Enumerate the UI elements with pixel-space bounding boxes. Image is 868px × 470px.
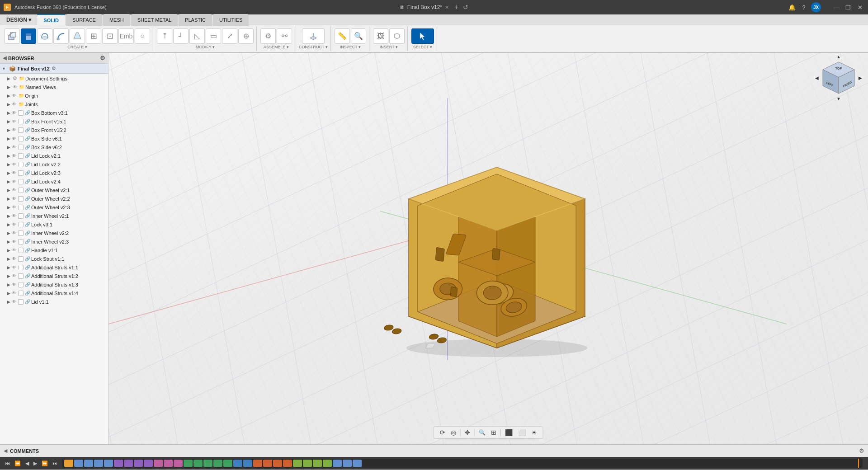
tree-item-joints[interactable]: ▶ 👁 📁 Joints	[0, 100, 108, 108]
tree-item-box-side-2[interactable]: ▶ 👁 🔗 Box Side v6:2	[0, 143, 108, 151]
timeline-playhead[interactable]	[858, 459, 859, 468]
tree-item-doc-settings[interactable]: ▶ ⚙ 📁 Document Settings	[0, 74, 108, 83]
play-fwd-btn[interactable]: ▶	[32, 461, 38, 466]
refresh-btn[interactable]: ↺	[463, 4, 468, 11]
tree-item-inner-wheel-2[interactable]: ▶ 👁 🔗 Inner Wheel v2:2	[0, 229, 108, 237]
timeline-item[interactable]	[144, 460, 153, 467]
look-at-btn[interactable]: ◎	[448, 428, 458, 437]
tree-item-lock-strut-1[interactable]: ▶ 👁 🔗 Lock Strut v1:1	[0, 254, 108, 263]
comments-settings-icon[interactable]: ⚙	[859, 447, 864, 454]
tab-solid[interactable]: SOLID	[37, 14, 65, 26]
hole-btn[interactable]: ○	[135, 28, 150, 44]
chamfer-btn[interactable]: ◺	[189, 28, 205, 44]
timeline-item[interactable]	[184, 460, 193, 467]
tab-sheet-metal[interactable]: SHEET METAL	[131, 14, 178, 26]
viewcube-west[interactable]: ◀	[815, 75, 819, 80]
tree-item-box-front-1[interactable]: ▶ 👁 🔗 Box Front v15:1	[0, 117, 108, 126]
tree-item-lid-lock-3[interactable]: ▶ 👁 🔗 Lid Lock v2:3	[0, 169, 108, 177]
timeline-item[interactable]	[174, 460, 183, 467]
play-start-btn[interactable]: ⏮	[4, 461, 11, 466]
tree-item-add-struts-4[interactable]: ▶ 👁 🔗 Additional Struts v1:4	[0, 289, 108, 297]
visual-style-btn[interactable]: ⬜	[516, 428, 528, 437]
tab-surface[interactable]: SURFACE	[66, 14, 102, 26]
timeline-item[interactable]	[193, 460, 203, 467]
viewcube-south[interactable]: ▼	[836, 96, 841, 101]
tree-item-box-front-2[interactable]: ▶ 👁 🔗 Box Front v15:2	[0, 126, 108, 134]
play-end-btn[interactable]: ⏭	[51, 461, 59, 466]
tree-item-handle-1[interactable]: ▶ 👁 🔗 Handle v1:1	[0, 246, 108, 254]
file-node[interactable]: ▼ 📦 Final Box v12 ⚙	[0, 64, 108, 74]
viewcube-east[interactable]: ▶	[859, 75, 862, 80]
new-component-btn[interactable]	[5, 28, 20, 44]
timeline-item[interactable]	[84, 460, 93, 467]
tree-item-outer-wheel-3[interactable]: ▶ 👁 🔗 Outer Wheel v2:3	[0, 203, 108, 212]
tree-item-add-struts-1[interactable]: ▶ 👁 🔗 Additional Struts v1:1	[0, 263, 108, 272]
tree-item-box-side-1[interactable]: ▶ 👁 🔗 Box Side v6:1	[0, 134, 108, 143]
measure-btn[interactable]: 📏	[335, 28, 350, 44]
fillet-btn[interactable]: ┘	[173, 28, 189, 44]
timeline-item[interactable]	[353, 460, 362, 467]
zoom-window-btn[interactable]: ⊞	[489, 428, 499, 437]
timeline-item[interactable]	[223, 460, 232, 467]
timeline-item[interactable]	[333, 460, 342, 467]
tree-item-named-views[interactable]: ▶ 👁 📁 Named Views	[0, 83, 108, 91]
tree-item-lid-lock-1[interactable]: ▶ 👁 🔗 Lid Lock v2:1	[0, 151, 108, 160]
viewcube[interactable]: TOP LEFT FRONT ▲ ▼ ◀ ▶	[821, 60, 861, 100]
browser-settings-icon[interactable]: ⚙	[100, 55, 105, 61]
minimize-btn[interactable]: —	[832, 3, 841, 12]
timeline-item[interactable]	[283, 460, 292, 467]
tree-item-add-struts-3[interactable]: ▶ 👁 🔗 Additional Struts v1:3	[0, 280, 108, 289]
play-back-btn[interactable]: ◀	[24, 461, 30, 466]
timeline-item[interactable]	[203, 460, 212, 467]
tree-item-lock-1[interactable]: ▶ 👁 🔗 Lock v3:1	[0, 220, 108, 229]
viewcube-box[interactable]: TOP LEFT FRONT ▲ ▼ ◀ ▶	[821, 60, 857, 96]
timeline-item[interactable]	[74, 460, 83, 467]
extrude-btn[interactable]	[21, 28, 36, 44]
press-pull-btn[interactable]: ⤒	[157, 28, 172, 44]
comments-expand-icon[interactable]: ◀	[4, 448, 7, 454]
select-btn[interactable]	[411, 28, 434, 44]
rigid-group-btn[interactable]: ⚯	[277, 28, 292, 44]
notifications-btn[interactable]: 🔔	[788, 3, 797, 12]
tab-close-icon[interactable]: ✕	[445, 5, 449, 10]
tree-item-lid-1[interactable]: ▶ 👁 🔗 Lid v1:1	[0, 297, 108, 306]
timeline-item[interactable]	[124, 460, 133, 467]
timeline-item[interactable]	[253, 460, 262, 467]
timeline-item[interactable]	[243, 460, 252, 467]
new-tab-btn[interactable]: +	[454, 3, 458, 11]
combine-btn[interactable]: ⊕	[238, 28, 254, 44]
emboss-btn[interactable]: Emb	[118, 28, 134, 44]
timeline-item[interactable]	[273, 460, 282, 467]
display-mode-btn[interactable]: ⬛	[503, 428, 515, 437]
timeline-item[interactable]	[323, 460, 332, 467]
insert-mesh-btn[interactable]: ⬡	[389, 28, 405, 44]
timeline-item[interactable]	[303, 460, 312, 467]
timeline-item[interactable]	[263, 460, 272, 467]
tree-item-origin[interactable]: ▶ 👁 📁 Origin	[0, 91, 108, 100]
shell-btn[interactable]: ▭	[206, 28, 221, 44]
play-next-btn[interactable]: ⏩	[40, 461, 49, 466]
scale-btn[interactable]: ⤢	[222, 28, 237, 44]
close-btn[interactable]: ✕	[855, 3, 864, 12]
timeline-item[interactable]	[94, 460, 103, 467]
timeline-item[interactable]	[134, 460, 143, 467]
timeline-item[interactable]	[104, 460, 113, 467]
joint-btn[interactable]: ⚙	[260, 28, 276, 44]
tree-item-box-bottom[interactable]: ▶ 👁 🔗 Box Bottom v3:1	[0, 108, 108, 117]
tab-utilities[interactable]: UTILITIES	[213, 14, 249, 26]
zoom-btn[interactable]: 🔍	[476, 428, 488, 437]
tab-plastic[interactable]: PLASTIC	[179, 14, 212, 26]
pan-btn[interactable]: ✥	[462, 428, 472, 437]
sweep-btn[interactable]	[53, 28, 69, 44]
revolve-btn[interactable]	[37, 28, 52, 44]
timeline-item[interactable]	[313, 460, 322, 467]
tree-item-outer-wheel-2[interactable]: ▶ 👁 🔗 Outer Wheel v2:2	[0, 194, 108, 203]
file-node-settings[interactable]: ⚙	[52, 66, 56, 71]
timeline-item[interactable]	[343, 460, 352, 467]
tree-item-inner-wheel-3[interactable]: ▶ 👁 🔗 Inner Wheel v2:3	[0, 237, 108, 246]
tab-mesh[interactable]: MESH	[103, 14, 130, 26]
design-menu-btn[interactable]: DESIGN ▾	[2, 14, 36, 25]
environment-btn[interactable]: ☀	[529, 428, 539, 437]
web-btn[interactable]: ⊡	[102, 28, 118, 44]
timeline-track[interactable]	[62, 459, 863, 468]
